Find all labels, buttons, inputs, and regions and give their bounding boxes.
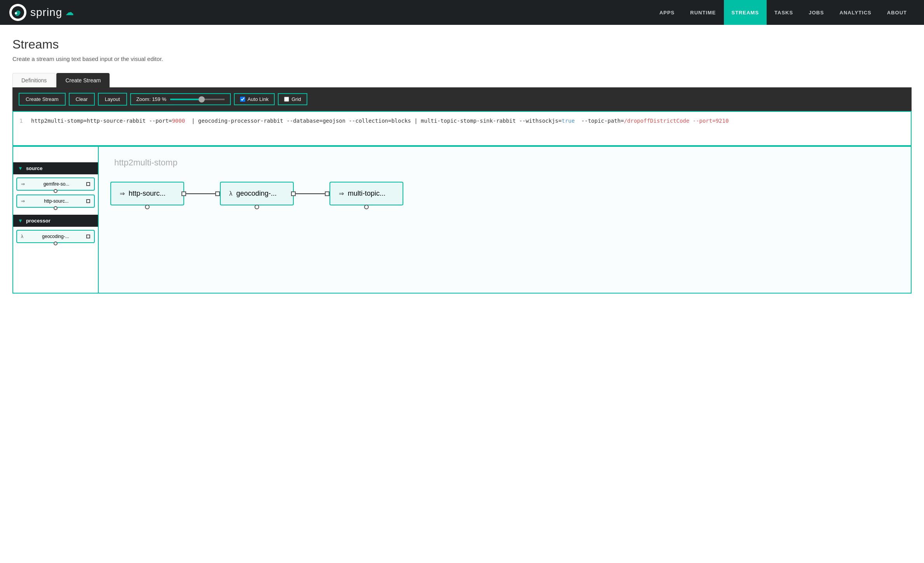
nav-runtime[interactable]: RUNTIME: [682, 0, 724, 25]
navbar: spring ☁ APPS RUNTIME STREAMS TASKS JOBS…: [0, 0, 924, 25]
port-icon-1: [86, 182, 90, 186]
code-editor[interactable]: 1 http2multi-stomp=http-source-rabbit --…: [12, 111, 912, 146]
sidebar-item-http-source[interactable]: ⇒ http-sourc...: [16, 195, 95, 208]
tabs: Definitions Create Stream: [12, 73, 912, 87]
processor-items: λ geocoding-...: [13, 227, 98, 250]
port-icon-2: [86, 199, 90, 203]
bottom-port-2: [54, 206, 58, 210]
connector-2: [294, 191, 330, 196]
sidebar-category-source: ▼ source: [13, 162, 98, 174]
sidebar-item-gemfire-label: gemfire-so...: [44, 181, 70, 187]
connector-1: [184, 191, 220, 196]
layout-button[interactable]: Layout: [98, 93, 127, 106]
grid-checkbox[interactable]: [284, 97, 289, 102]
nav-about[interactable]: ABOUT: [879, 0, 915, 25]
processor-label: processor: [26, 218, 51, 224]
page-title: Streams: [12, 37, 912, 52]
nav-analytics[interactable]: ANALYTICS: [832, 0, 879, 25]
zoom-label: Zoom: 159 %: [136, 96, 166, 102]
nav-streams[interactable]: STREAMS: [724, 0, 767, 25]
processor-arrow-icon: ▼: [18, 218, 23, 224]
node-icon-3: ⇒: [339, 190, 344, 197]
auto-link-checkbox[interactable]: [240, 97, 245, 102]
bottom-port-1: [54, 189, 58, 193]
code-text: http2multi-stomp=http-source-rabbit --po…: [31, 116, 905, 125]
nav-apps[interactable]: APPS: [652, 0, 682, 25]
clear-button[interactable]: Clear: [69, 93, 95, 106]
tab-create-stream[interactable]: Create Stream: [56, 73, 110, 87]
node-label-3: multi-topic...: [348, 189, 385, 198]
svg-point-1: [15, 12, 17, 14]
zoom-section: Zoom: 159 %: [130, 93, 231, 105]
bottom-port-3: [54, 242, 58, 245]
node-port-bottom-1: [145, 205, 150, 209]
sidebar-item-http-label: http-sourc...: [44, 198, 68, 204]
port-icon-3: [86, 235, 90, 238]
node-port-right-1: [181, 191, 186, 196]
logo-icon: [9, 4, 26, 21]
source-items: ⇒ gemfire-so... ⇒ http-sourc...: [13, 174, 98, 215]
page: Streams Create a stream using text based…: [0, 25, 924, 563]
nav-links: APPS RUNTIME STREAMS TASKS JOBS ANALYTIC…: [652, 0, 915, 25]
auto-link-label: Auto Link: [248, 96, 268, 102]
node-icon-1: ⇒: [120, 190, 125, 197]
node-label-2: geocoding-...: [236, 189, 277, 198]
cloud-icon: ☁: [65, 7, 74, 17]
sidebar-top: [13, 147, 98, 162]
sidebar-panel: ▼ source ⇒ gemfire-so... ⇒ http-sourc...: [13, 147, 99, 293]
toolbar: Create Stream Clear Layout Zoom: 159 % A…: [12, 87, 912, 111]
zoom-slider[interactable]: [170, 99, 225, 100]
connector-port-1: [215, 191, 220, 196]
auto-link-section: Auto Link: [234, 93, 275, 105]
logo-text: spring: [30, 6, 62, 19]
source-arrow-icon: ▼: [18, 165, 23, 171]
sidebar-category-processor: ▼ processor: [13, 215, 98, 227]
code-line-1: 1 http2multi-stomp=http-source-rabbit --…: [19, 116, 905, 125]
logo: spring ☁: [9, 4, 74, 21]
node-label-1: http-sourc...: [129, 189, 166, 198]
node-port-bottom-3: [364, 205, 369, 209]
line-number: 1: [19, 116, 26, 125]
grid-label: Grid: [291, 96, 301, 102]
processor-icon-1: λ: [21, 234, 23, 239]
node-port-right-2: [291, 191, 296, 196]
source-icon-1: ⇒: [21, 181, 25, 187]
sidebar-item-gemfire[interactable]: ⇒ gemfire-so...: [16, 177, 95, 191]
node-geocoding[interactable]: λ geocoding-...: [220, 182, 294, 205]
grid-section: Grid: [278, 93, 307, 105]
node-port-bottom-2: [255, 205, 259, 209]
source-icon-2: ⇒: [21, 198, 25, 204]
page-subtitle: Create a stream using text based input o…: [12, 56, 912, 62]
visual-area: ▼ source ⇒ gemfire-so... ⇒ http-sourc...: [12, 146, 912, 294]
tab-definitions[interactable]: Definitions: [12, 73, 56, 87]
node-multi-topic[interactable]: ⇒ multi-topic...: [330, 182, 403, 205]
sidebar-item-geocoding-label: geocoding-...: [42, 234, 69, 239]
connector-line-2: [294, 193, 325, 194]
stream-nodes: ⇒ http-sourc... λ geocoding-...: [110, 182, 899, 205]
nav-tasks[interactable]: TASKS: [767, 0, 801, 25]
source-label: source: [26, 165, 43, 171]
connector-line-1: [184, 193, 215, 194]
sidebar-item-geocoding[interactable]: λ geocoding-...: [16, 230, 95, 243]
node-icon-2: λ: [229, 190, 232, 197]
nav-jobs[interactable]: JOBS: [801, 0, 832, 25]
stream-label: http2multi-stomp: [114, 158, 178, 168]
create-stream-button[interactable]: Create Stream: [19, 93, 66, 106]
connector-port-2: [325, 191, 330, 196]
node-http-source[interactable]: ⇒ http-sourc...: [110, 182, 184, 205]
canvas-area: http2multi-stomp ⇒ http-sourc... λ: [99, 147, 911, 293]
